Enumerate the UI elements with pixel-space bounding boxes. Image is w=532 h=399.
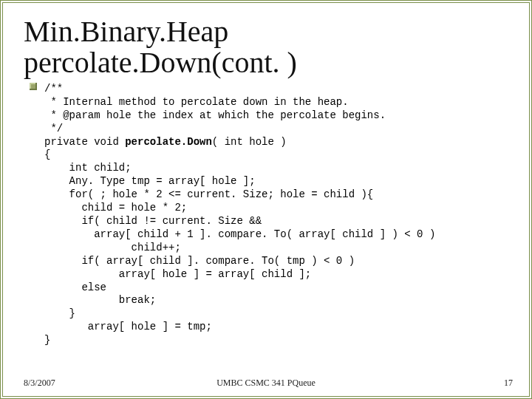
code-fragment: private void bbox=[44, 136, 125, 148]
code-line: array[ hole ] = tmp; bbox=[44, 321, 212, 332]
bullet-icon bbox=[30, 83, 37, 90]
code-line: /** bbox=[44, 83, 63, 95]
code-line: array[ child + 1 ]. compare. To( array[ … bbox=[44, 228, 435, 240]
code-line: { bbox=[44, 149, 50, 160]
code-line: int child; bbox=[44, 162, 132, 174]
title-line1: Min.Binary.Heap bbox=[24, 15, 228, 48]
code-line: child = hole * 2; bbox=[44, 202, 187, 214]
footer-page-number: 17 bbox=[504, 378, 513, 389]
code-line: } bbox=[44, 307, 75, 319]
code-line: Any. Type tmp = array[ hole ]; bbox=[44, 175, 256, 187]
code-line: child++; bbox=[44, 242, 181, 253]
footer-center: UMBC CSMC 341 PQueue bbox=[3, 378, 529, 389]
code-line: if( array[ child ]. compare. To( tmp ) <… bbox=[44, 255, 355, 267]
slide-frame: Min.Binary.Heap percolate.Down(cont. ) /… bbox=[0, 0, 532, 399]
code-line: if( child != current. Size && bbox=[44, 215, 262, 227]
code-block: /** * Internal method to percolate down … bbox=[44, 69, 513, 361]
code-line: else bbox=[44, 282, 106, 293]
code-method-name: percolate.Down bbox=[125, 136, 212, 148]
code-line: for( ; hole * 2 <= current. Size; hole =… bbox=[44, 188, 373, 200]
code-line: private void percolate.Down( int hole ) bbox=[44, 136, 287, 148]
code-line: */ bbox=[44, 123, 63, 134]
code-line: * @param hole the index at which the per… bbox=[44, 109, 386, 121]
code-line: * Internal method to percolate down in t… bbox=[44, 96, 349, 108]
code-line: array[ hole ] = array[ child ]; bbox=[44, 268, 311, 280]
code-fragment: ( int hole ) bbox=[212, 136, 287, 148]
code-line: break; bbox=[44, 294, 156, 306]
title-line2: percolate.Down(cont. ) bbox=[24, 46, 297, 79]
code-line: } bbox=[44, 334, 50, 346]
